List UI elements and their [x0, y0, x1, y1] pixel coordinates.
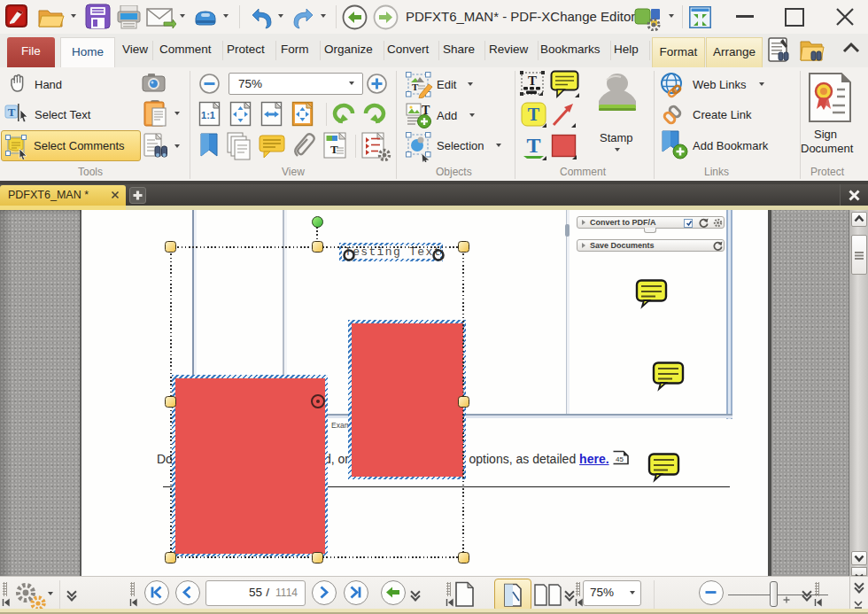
svg-text:T: T [528, 105, 540, 124]
svg-text:T: T [526, 134, 540, 157]
svg-text:T: T [528, 74, 537, 88]
svg-text:45: 45 [616, 455, 624, 463]
svg-text:1:1: 1:1 [201, 110, 215, 120]
svg-text:T: T [8, 105, 16, 119]
svg-text:T: T [330, 143, 338, 156]
svg-text:T: T [412, 82, 419, 92]
